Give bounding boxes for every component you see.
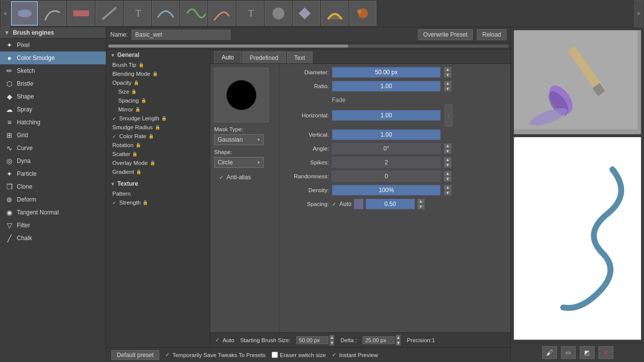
preview-fill-tool-btn[interactable]: ◩: [580, 346, 595, 359]
prop-pattern[interactable]: Pattern: [106, 189, 210, 198]
sidebar-item-tangent-normal[interactable]: ◉ Tangent Normal: [0, 206, 106, 219]
delta-input[interactable]: [363, 336, 395, 344]
sidebar-item-clone[interactable]: ❐ Clone: [0, 180, 106, 193]
horizontal-bar[interactable]: 1.00: [332, 110, 441, 121]
shape-icon: ◆: [5, 92, 14, 101]
sidebar-item-spray[interactable]: ☁ Spray: [0, 103, 106, 116]
prop-gradient[interactable]: Gradient 🔒: [106, 167, 210, 176]
ratio-bar[interactable]: 1.00: [332, 81, 441, 92]
tab-text[interactable]: Text: [287, 52, 313, 63]
brush-thumb-10[interactable]: [265, 1, 292, 26]
mask-type-select[interactable]: Gaussian Soft Hard: [214, 134, 264, 145]
starting-size-spin-down[interactable]: ▼: [329, 340, 334, 346]
preview-brush-tool-btn[interactable]: 🖌: [542, 346, 557, 359]
prop-smudge-length[interactable]: Smudge Length 🔒: [106, 114, 210, 123]
sidebar-item-pixel[interactable]: ✦ Pixel: [0, 39, 106, 52]
randomness-spin-up[interactable]: ▲: [444, 171, 452, 176]
starting-brush-size-input[interactable]: [296, 336, 328, 344]
prop-opacity[interactable]: Opacity 🔒: [106, 78, 210, 87]
prop-blending-mode[interactable]: Blending Mode 🔒: [106, 69, 210, 78]
brush-thumb-9[interactable]: T: [236, 1, 264, 26]
ratio-spin-up[interactable]: ▲: [444, 81, 452, 86]
scroll-track[interactable]: [108, 45, 508, 48]
reload-button[interactable]: Reload: [477, 29, 506, 40]
brush-thumb-7[interactable]: [180, 1, 207, 26]
overwrite-preset-button[interactable]: Overwrite Preset: [418, 29, 473, 40]
general-section-header: ▼ General: [106, 50, 210, 60]
brush-thumb-5[interactable]: T: [124, 1, 151, 26]
spacing-spin-up[interactable]: ▲: [417, 199, 425, 204]
angle-spin-up[interactable]: ▲: [444, 143, 452, 149]
instant-preview-check-icon: ✓: [332, 352, 336, 358]
sketch-icon: ✏: [5, 66, 14, 75]
sidebar-item-chalk[interactable]: ╱ Chalk: [0, 232, 106, 245]
brush-thumb-3[interactable]: [67, 1, 94, 26]
brush-thumb-12[interactable]: [321, 1, 348, 26]
brush-strip-next-btn[interactable]: >: [634, 0, 643, 27]
shape-select[interactable]: Circle Rectangle Custom: [214, 157, 264, 168]
spikes-spin-down[interactable]: ▼: [444, 162, 452, 168]
preview-toolbar: 🖌 ▭ ◩ ✕: [511, 343, 644, 362]
angle-spin-down[interactable]: ▼: [444, 149, 452, 154]
sidebar-item-filter[interactable]: ▽ Filter: [0, 219, 106, 232]
sidebar-item-bristle[interactable]: ⬡ Bristle: [0, 77, 106, 90]
preview-square-tool-btn[interactable]: ▭: [561, 346, 576, 359]
prop-smudge-radius[interactable]: Smudge Radius 🔒: [106, 123, 210, 132]
default-preset-button[interactable]: Default preset: [111, 350, 159, 360]
brush-thumb-8[interactable]: [208, 1, 235, 26]
diameter-bar[interactable]: 50.00 px: [332, 67, 441, 78]
prop-rotation[interactable]: Rotation 🔒: [106, 141, 210, 150]
brush-name-input[interactable]: [132, 30, 230, 40]
delta-spin-down[interactable]: ▼: [396, 340, 401, 346]
prop-color-rate[interactable]: Color Rate 🔒: [106, 132, 210, 141]
vertical-bar[interactable]: 1.00: [332, 129, 441, 140]
density-bar[interactable]: 100%: [332, 185, 441, 196]
spacing-value: 0.50: [384, 201, 396, 207]
density-spin-up[interactable]: ▲: [444, 185, 452, 190]
hatching-icon: ≡: [5, 118, 14, 127]
prop-overlay-mode[interactable]: Overlay Mode 🔒: [106, 158, 210, 167]
diameter-spin-up[interactable]: ▲: [444, 67, 452, 72]
sidebar-item-sketch[interactable]: ✏ Sketch: [0, 64, 106, 77]
prop-spacing[interactable]: Spacing 🔒: [106, 96, 210, 105]
prop-size[interactable]: Size 🔒: [106, 87, 210, 96]
starting-size-spin-up[interactable]: ▲: [329, 335, 334, 340]
sidebar-item-curve[interactable]: ∿ Curve: [0, 142, 106, 155]
diameter-spin-down[interactable]: ▼: [444, 72, 452, 78]
brush-thumb-2[interactable]: [39, 1, 66, 26]
delta-spin-up[interactable]: ▲: [396, 335, 401, 340]
preview-close-btn[interactable]: ✕: [598, 346, 613, 359]
tab-predefined[interactable]: Predefined: [242, 52, 286, 63]
brush-thumb-11[interactable]: [293, 1, 320, 26]
ratio-spin-down[interactable]: ▼: [444, 86, 452, 92]
angle-bar[interactable]: 0°: [332, 143, 441, 154]
spikes-spin-up[interactable]: ▲: [444, 157, 452, 162]
sidebar-item-deform[interactable]: ⊛ Deform: [0, 193, 106, 206]
prop-scatter[interactable]: Scatter 🔒: [106, 150, 210, 158]
sidebar-item-shape[interactable]: ◆ Shape: [0, 90, 106, 103]
brush-thumb-4[interactable]: [95, 1, 123, 26]
sidebar-item-hatching[interactable]: ≡ Hatching: [0, 116, 106, 129]
eraser-switch-checkbox[interactable]: [272, 352, 278, 358]
sidebar-item-color-smudge[interactable]: ● Color Smudge: [0, 52, 106, 64]
density-spin-down[interactable]: ▼: [444, 190, 452, 196]
brush-thumb-1[interactable]: [11, 1, 38, 26]
prop-mirror[interactable]: Mirror 🔒: [106, 105, 210, 114]
brush-strip-prev-btn[interactable]: <: [1, 0, 10, 27]
randomness-bar[interactable]: 0: [332, 171, 441, 182]
spacing-bar[interactable]: 0.50: [366, 199, 415, 209]
prop-strength[interactable]: Strength 🔒: [106, 198, 210, 207]
sidebar-item-particle[interactable]: ✦ Particle: [0, 167, 106, 180]
randomness-spin-down[interactable]: ▼: [444, 176, 452, 182]
spacing-spin-down[interactable]: ▼: [417, 204, 425, 209]
sidebar-item-grid[interactable]: ⊞ Grid: [0, 129, 106, 142]
brush-thumb-6[interactable]: [152, 1, 179, 26]
tab-auto[interactable]: Auto: [214, 52, 241, 63]
sidebar-item-dyna[interactable]: ◎ Dyna: [0, 155, 106, 167]
shape-select-wrapper: Circle Rectangle Custom: [214, 157, 264, 168]
prop-brush-tip[interactable]: Brush Tip 🔒: [106, 60, 210, 69]
tabs-bar: Auto Predefined Text: [210, 50, 510, 64]
brush-thumb-13[interactable]: [349, 1, 376, 26]
sidebar-item-label: Pixel: [17, 42, 30, 49]
spikes-bar[interactable]: 2: [332, 157, 441, 168]
